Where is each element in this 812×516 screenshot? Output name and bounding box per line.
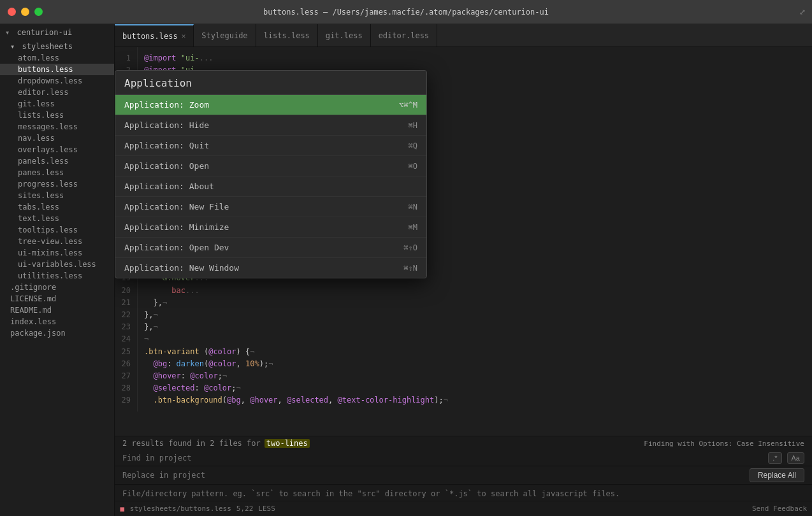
tab-label: editor.less bbox=[379, 31, 429, 40]
command-label: Application: Zoom bbox=[124, 100, 209, 110]
project-arrow: ▾ bbox=[5, 28, 10, 37]
command-item-hide[interactable]: Application: Hide ⌘H bbox=[115, 115, 426, 136]
code-line: @hover: @color;¬ bbox=[144, 370, 812, 382]
tab-editor-less[interactable]: editor.less bbox=[371, 24, 437, 47]
sidebar-item-overlays[interactable]: overlays.less bbox=[0, 144, 114, 155]
command-shortcut: ⌘⇧O bbox=[403, 243, 417, 252]
sidebar-item-panels[interactable]: panels.less bbox=[0, 155, 114, 167]
sidebar-item-uivariables[interactable]: ui-variables.less bbox=[0, 259, 114, 270]
titlebar: buttons.less — /Users/james.macfie/.atom… bbox=[0, 0, 812, 24]
command-item-zoom[interactable]: Application: Zoom ⌥⌘^M bbox=[115, 95, 426, 115]
find-input[interactable] bbox=[122, 454, 763, 462]
sidebar-item-index[interactable]: index.less bbox=[0, 316, 114, 327]
command-label: Application: Open bbox=[124, 161, 209, 171]
command-shortcut: ⌘Q bbox=[409, 141, 417, 150]
command-label: Application: Minimize bbox=[124, 222, 229, 232]
minimize-button[interactable] bbox=[21, 8, 29, 16]
code-editor[interactable]: 12345 678910 1112131415 1617181920 21222… bbox=[115, 47, 812, 436]
command-item-opendev[interactable]: Application: Open Dev ⌘⇧O bbox=[115, 238, 426, 258]
sidebar-item-package[interactable]: package.json bbox=[0, 327, 114, 339]
sidebar-item-buttons[interactable]: buttons.less bbox=[0, 64, 114, 75]
tab-label: Styleguide bbox=[201, 31, 247, 40]
tab-lists-less[interactable]: lists.less bbox=[256, 24, 318, 47]
sidebar-item-license[interactable]: LICENSE.md bbox=[0, 293, 114, 305]
group-label: stylesheets bbox=[22, 42, 72, 51]
code-line: .btn-background(@bg, @hover, @selected, … bbox=[144, 394, 812, 406]
regex-button[interactable]: .* bbox=[768, 452, 781, 464]
command-palette-title: Application bbox=[115, 71, 426, 95]
group-arrow: ▾ bbox=[10, 42, 15, 51]
sidebar-item-messages[interactable]: messages.less bbox=[0, 121, 114, 133]
pattern-input[interactable] bbox=[122, 489, 804, 498]
case-button[interactable]: Aa bbox=[787, 452, 804, 464]
sidebar-item-sites[interactable]: sites.less bbox=[0, 190, 114, 201]
command-item-open[interactable]: Application: Open ⌘O bbox=[115, 156, 426, 176]
sidebar-group-stylesheets[interactable]: ▾ stylesheets bbox=[0, 41, 114, 52]
status-file-icon: ◼ bbox=[120, 504, 125, 513]
command-label: Application: New File bbox=[124, 202, 229, 211]
search-results-bar: 2 results found in 2 files for two-lines… bbox=[115, 436, 812, 450]
sidebar-item-lists[interactable]: lists.less bbox=[0, 110, 114, 121]
replace-input[interactable] bbox=[122, 471, 744, 480]
sidebar-item-progress[interactable]: progress.less bbox=[0, 178, 114, 190]
tab-label: buttons.less bbox=[122, 32, 178, 41]
command-label: Application: Open Dev bbox=[124, 243, 229, 252]
code-line: bac... bbox=[144, 285, 812, 297]
sidebar-item-git[interactable]: git.less bbox=[0, 98, 114, 110]
sidebar-item-editor[interactable]: editor.less bbox=[0, 87, 114, 98]
sidebar-item-panes[interactable]: panes.less bbox=[0, 167, 114, 178]
project-name: centurion-ui bbox=[17, 28, 72, 37]
command-item-quit[interactable]: Application: Quit ⌘Q bbox=[115, 136, 426, 156]
bottom-panel: 2 results found in 2 files for two-lines… bbox=[115, 436, 812, 501]
sidebar-item-utilities[interactable]: utilities.less bbox=[0, 270, 114, 282]
status-bar: ◼ stylesheets/buttons.less 5,22 LESS Sen… bbox=[115, 501, 812, 516]
command-item-minimize[interactable]: Application: Minimize ⌘M bbox=[115, 217, 426, 238]
editor-area: buttons.less ✕ Styleguide lists.less git… bbox=[115, 24, 812, 516]
command-label: Application: About bbox=[124, 182, 214, 191]
command-shortcut: ⌘M bbox=[409, 223, 417, 232]
tab-close-icon[interactable]: ✕ bbox=[182, 32, 186, 40]
sidebar-item-readme[interactable]: README.md bbox=[0, 305, 114, 316]
command-item-newwindow[interactable]: Application: New Window ⌘⇧N bbox=[115, 258, 426, 278]
command-label: Application: Hide bbox=[124, 120, 209, 130]
tab-styleguide[interactable]: Styleguide bbox=[194, 24, 256, 47]
sidebar-item-treeview[interactable]: tree-view.less bbox=[0, 236, 114, 247]
maximize-button[interactable] bbox=[34, 8, 43, 16]
replace-all-button[interactable]: Replace All bbox=[750, 468, 804, 482]
tab-label: git.less bbox=[326, 31, 363, 40]
code-line: },¬ bbox=[144, 309, 812, 321]
status-lang: LESS bbox=[258, 505, 275, 513]
sidebar-item-nav[interactable]: nav.less bbox=[0, 133, 114, 144]
tab-git-less[interactable]: git.less bbox=[318, 24, 371, 47]
command-shortcut: ⌘⇧N bbox=[403, 264, 417, 273]
code-line: },¬ bbox=[144, 321, 812, 333]
status-file-path: stylesheets/buttons.less bbox=[130, 505, 231, 513]
command-item-newfile[interactable]: Application: New File ⌘N bbox=[115, 197, 426, 217]
search-results-text: 2 results found in 2 files for bbox=[122, 439, 261, 448]
find-input-row: .* Aa bbox=[115, 450, 812, 466]
code-line: @selected: @color;¬ bbox=[144, 382, 812, 394]
close-button[interactable] bbox=[8, 8, 16, 16]
command-item-about[interactable]: Application: About bbox=[115, 176, 426, 197]
search-term-highlight: two-lines bbox=[265, 439, 310, 448]
sidebar-item-tooltips[interactable]: tooltips.less bbox=[0, 224, 114, 236]
send-feedback-button[interactable]: Send Feedback bbox=[752, 505, 807, 513]
sidebar-item-gitignore[interactable]: .gitignore bbox=[0, 282, 114, 293]
tabs-bar: buttons.less ✕ Styleguide lists.less git… bbox=[115, 24, 812, 47]
sidebar-item-tabs[interactable]: tabs.less bbox=[0, 201, 114, 213]
command-label: Application: Quit bbox=[124, 141, 209, 150]
code-line: },¬ bbox=[144, 297, 812, 309]
sidebar-item-atom[interactable]: atom.less bbox=[0, 52, 114, 64]
tab-buttons-less[interactable]: buttons.less ✕ bbox=[115, 24, 194, 47]
code-line: @import "ui-... bbox=[144, 52, 812, 64]
sidebar-project[interactable]: ▾ centurion-ui bbox=[0, 24, 114, 41]
command-shortcut: ⌘N bbox=[409, 203, 417, 211]
sidebar-item-text[interactable]: text.less bbox=[0, 213, 114, 224]
replace-input-row: Replace All bbox=[115, 466, 812, 485]
window-controls bbox=[8, 8, 43, 16]
code-line: .btn-variant (@color) {¬ bbox=[144, 346, 812, 358]
command-shortcut: ⌘H bbox=[409, 121, 417, 130]
expand-icon[interactable]: ⤢ bbox=[799, 8, 806, 17]
sidebar-item-uimixins[interactable]: ui-mixins.less bbox=[0, 247, 114, 259]
sidebar-item-dropdowns[interactable]: dropdowns.less bbox=[0, 75, 114, 87]
